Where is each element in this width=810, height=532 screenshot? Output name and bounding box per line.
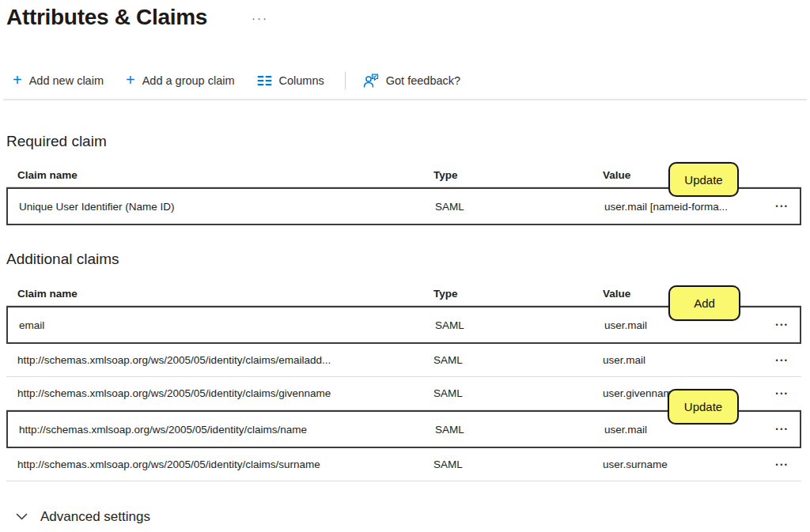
plus-icon: + <box>126 72 135 88</box>
claim-value-cell: user.surname <box>603 458 763 470</box>
columns-icon <box>257 75 272 86</box>
claim-type-cell: SAML <box>433 354 603 366</box>
claim-type-cell: SAML <box>435 201 604 213</box>
column-header-claim-name[interactable]: Claim name <box>17 169 433 181</box>
row-context-menu-icon[interactable]: ••• <box>773 422 793 436</box>
annotation-note-update-name: Update <box>668 389 739 424</box>
row-context-menu-icon[interactable]: ••• <box>773 458 793 472</box>
annotation-note-update-required: Update <box>668 162 739 197</box>
row-context-menu-icon[interactable]: ••• <box>773 353 793 368</box>
additional-claims-heading: Additional claims <box>6 251 119 268</box>
add-group-claim-button[interactable]: + Add a group claim <box>123 71 238 90</box>
got-feedback-button[interactable]: Got feedback? <box>360 72 464 89</box>
claim-name-cell: email <box>19 319 435 331</box>
row-context-menu-icon[interactable]: ••• <box>773 318 793 332</box>
table-row-emailaddress[interactable]: http://schemas.xmlsoap.org/ws/2005/05/id… <box>6 344 801 377</box>
claim-type-cell: SAML <box>433 387 603 399</box>
column-header-type[interactable]: Type <box>433 169 603 181</box>
toolbar-separator <box>3 99 807 100</box>
advanced-settings-label: Advanced settings <box>40 509 150 525</box>
got-feedback-label: Got feedback? <box>386 74 460 87</box>
add-new-claim-button[interactable]: + Add new claim <box>9 71 107 90</box>
page-title: Attributes & Claims <box>6 5 207 30</box>
title-more-menu-icon[interactable]: ··· <box>252 11 268 25</box>
toolbar-divider <box>345 72 346 89</box>
claim-value-cell: user.mail [nameid-forma... <box>604 201 765 213</box>
columns-label: Columns <box>279 74 324 87</box>
command-bar: + Add new claim + Add a group claim Colu… <box>9 70 464 92</box>
columns-button[interactable]: Columns <box>254 73 327 89</box>
row-context-menu-icon[interactable]: ••• <box>773 199 793 213</box>
advanced-settings-toggle[interactable]: Advanced settings <box>16 509 150 525</box>
add-new-claim-label: Add new claim <box>29 74 104 87</box>
claim-value-cell: user.mail <box>604 424 765 436</box>
attributes-claims-page: Attributes & Claims ··· + Add new claim … <box>0 0 810 532</box>
claim-name-cell: http://schemas.xmlsoap.org/ws/2005/05/id… <box>17 387 433 399</box>
claim-name-cell: http://schemas.xmlsoap.org/ws/2005/05/id… <box>17 458 433 470</box>
claim-name-cell: http://schemas.xmlsoap.org/ws/2005/05/id… <box>19 424 435 436</box>
claim-name-cell: Unique User Identifier (Name ID) <box>19 201 435 213</box>
column-header-claim-name[interactable]: Claim name <box>17 288 433 300</box>
claim-name-cell: http://schemas.xmlsoap.org/ws/2005/05/id… <box>17 354 433 366</box>
row-context-menu-icon[interactable]: ••• <box>773 387 793 401</box>
claim-type-cell: SAML <box>435 319 604 331</box>
chevron-down-icon <box>16 513 28 521</box>
required-claim-heading: Required claim <box>6 133 107 150</box>
annotation-note-add-email: Add <box>668 285 740 321</box>
add-group-claim-label: Add a group claim <box>142 74 235 87</box>
claim-type-cell: SAML <box>435 424 604 436</box>
feedback-person-icon <box>363 74 379 88</box>
claim-type-cell: SAML <box>433 458 603 470</box>
plus-icon: + <box>13 72 22 88</box>
table-row-surname[interactable]: http://schemas.xmlsoap.org/ws/2005/05/id… <box>6 448 801 481</box>
claim-value-cell: user.mail <box>603 354 763 366</box>
column-header-type[interactable]: Type <box>433 288 603 300</box>
